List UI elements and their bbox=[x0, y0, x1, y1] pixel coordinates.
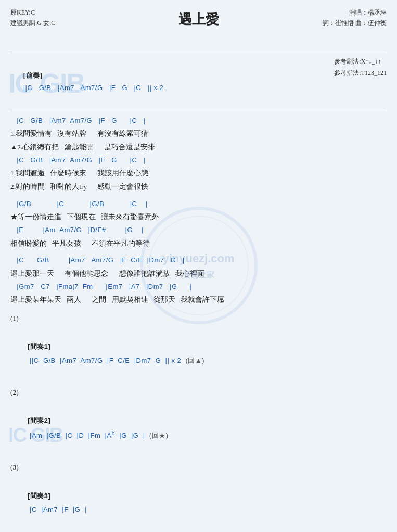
singer-info: 演唱：楊丞琳 bbox=[323, 7, 387, 18]
interlude2-content: [間奏2] |Am |G/B |C |D |Fm |Ab |G |G | (回★… bbox=[10, 416, 168, 453]
verse1-lyric2a: 1.我問邂逅 什麼時候來 我該用什麼心態 bbox=[10, 167, 387, 180]
verse1-lyric1b: ▲2.心鎖總有把 鑰匙能開 是巧合還是安排 bbox=[10, 141, 387, 154]
pre-chorus-lyric2: 相信盼愛的 平凡女孩 不須在平凡的等待 bbox=[10, 237, 387, 250]
interlude3-block: (3) [間奏3] |C |Am7 |F |G | bbox=[10, 461, 387, 530]
key-info: 原KEY:C bbox=[10, 7, 55, 18]
pre-chorus-lyric1: ★等一份情走進 下個現在 讓未來有驚喜意外 bbox=[10, 210, 387, 224]
chorus-lyric1: 遇上愛那一天 有個他能思念 想像誰把誰淌放 我心裡面 bbox=[10, 267, 387, 281]
interlude1-label: (1) bbox=[10, 312, 387, 325]
meta-left: 原KEY:C 建議男調:G 女:C bbox=[10, 7, 55, 29]
finger-pattern: 參考指法:T123_121 bbox=[334, 68, 387, 79]
intro-chords: [前奏] ||C G/B |Am7 Am7/G |F G |C || x 2 bbox=[10, 56, 387, 108]
verse1-lyric1a: 1.我問愛情有 沒有站牌 有沒有線索可猜 bbox=[10, 127, 387, 141]
interlude1-block: (1) [間奏1] ||C G/B |Am7 Am7/G |F C/E |Dm7… bbox=[10, 312, 387, 382]
chorus-chord1: |C G/B |Am7 Am7/G |F C/E |Dm7 G | bbox=[10, 254, 387, 267]
interlude1-content: [間奏1] ||C G/B |Am7 Am7/G |F C/E |Dm7 G |… bbox=[10, 343, 204, 378]
pre-chorus-chord1: |G/B |C |G/B |C | bbox=[10, 198, 387, 211]
chorus-block: |C G/B |Am7 Am7/G |F C/E |Dm7 G | 遇上愛那一天… bbox=[10, 254, 387, 307]
intro-chord-content: ||C G/B |Am7 Am7/G |F G |C || x 2 bbox=[23, 84, 164, 92]
intro-section: [前奏] ||C G/B |Am7 Am7/G |F G |C || x 2 bbox=[10, 56, 387, 108]
chorus-lyric2: 遇上愛某年某天 兩人 之間 用默契相連 從那天 我就會許下愿 bbox=[10, 293, 387, 307]
suggestion-info: 建議男調:G 女:C bbox=[10, 18, 55, 28]
interlude2-label: (2) bbox=[10, 386, 387, 399]
interlude2-block: (2) [間奏2] |Am |G/B |C |D |Fm |Ab |G |G |… bbox=[10, 386, 387, 457]
interlude3-label: (3) bbox=[10, 461, 387, 474]
pre-chorus-chord2: |E |Am Am7/G |D/F# |G | bbox=[10, 224, 387, 237]
page: IC GIB IC GIB 原KEY:C 建議男調:G 女:C 遇上愛 演唱：楊… bbox=[0, 0, 397, 532]
intro-label: [前奏] bbox=[23, 71, 43, 79]
lyricist-info: 詞：崔惟悟 曲：伍仲衡 bbox=[323, 18, 387, 28]
verse1-chord1: |C G/B |Am7 Am7/G |F G |C | bbox=[10, 115, 387, 128]
pre-chorus-block: |G/B |C |G/B |C | ★等一份情走進 下個現在 讓未來有驚喜意外 … bbox=[10, 198, 387, 250]
verse1-chord2: |C G/B |Am7 Am7/G |F G |C | bbox=[10, 154, 387, 167]
reference-box: 參考刷法:X↑↓_↓↑ 參考指法:T123_121 bbox=[334, 56, 387, 79]
interlude3-content: [間奏3] |C |Am7 |F |G | bbox=[10, 492, 86, 527]
verse1-lyric2b: 2.對的時間 和對的人try 感動一定會很快 bbox=[10, 180, 387, 194]
meta-right: 演唱：楊丞琳 詞：崔惟悟 曲：伍仲衡 bbox=[323, 7, 387, 29]
verse1-block1: |C G/B |Am7 Am7/G |F G |C | 1.我問愛情有 沒有站牌… bbox=[10, 115, 387, 194]
strum-pattern: 參考刷法:X↑↓_↓↑ bbox=[334, 56, 387, 68]
chorus-chord2: |Gm7 C7 |Fmaj7 Fm |Em7 |A7 |Dm7 |G | bbox=[10, 281, 387, 294]
